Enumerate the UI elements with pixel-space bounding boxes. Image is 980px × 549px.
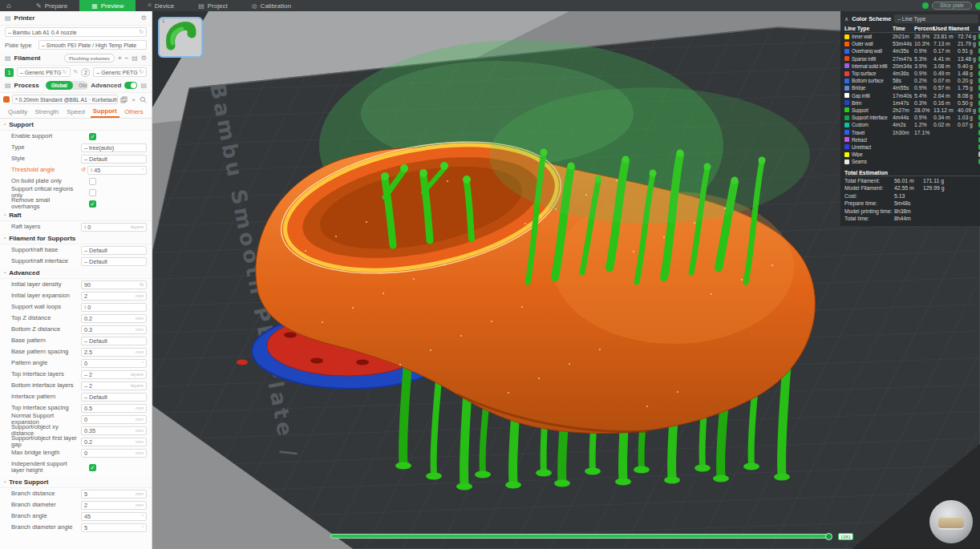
flushing-volumes-button[interactable]: Flushing volumes bbox=[64, 54, 115, 63]
spinner-arrows[interactable]: ▴▾ bbox=[84, 305, 86, 310]
advanced-toggle[interactable] bbox=[124, 82, 137, 89]
select-field[interactable]: – Default bbox=[81, 257, 147, 266]
tab-strength[interactable]: Strength bbox=[32, 106, 61, 118]
input-field[interactable]: 2.5mm bbox=[81, 348, 147, 357]
select-field[interactable]: – Default bbox=[81, 246, 147, 255]
input-field[interactable]: 2mm bbox=[81, 501, 147, 510]
line-type-name: Unretract bbox=[852, 144, 871, 150]
legend-row: Bridge4m55s0.9%0.57 m1.75 g✓ bbox=[844, 84, 980, 91]
checkbox[interactable]: ✓ bbox=[89, 133, 96, 140]
viewport-3d[interactable]: Bambu Smooth PEI Plate / bbox=[152, 11, 980, 549]
filament-2-chip[interactable]: 2 bbox=[81, 68, 90, 77]
filament-1-select[interactable]: – Generic PETG ↻ bbox=[17, 67, 71, 77]
collapse-panel-icon[interactable]: ∧ bbox=[844, 16, 848, 22]
remove-filament-icon[interactable]: − bbox=[125, 54, 129, 62]
input-field[interactable]: 5° bbox=[81, 523, 147, 532]
spin-down-icon[interactable]: ▾ bbox=[84, 307, 86, 310]
spin-down-icon[interactable]: ▾ bbox=[84, 227, 86, 230]
legend-row: Retract✓ bbox=[844, 136, 980, 143]
select-field[interactable]: – Default bbox=[81, 393, 147, 402]
copy-icon[interactable] bbox=[120, 96, 128, 103]
input-field[interactable]: – 2layers bbox=[81, 370, 147, 379]
select-field[interactable]: – tree(auto) bbox=[81, 143, 147, 152]
unit-label: ° bbox=[142, 525, 144, 530]
toggle-objects[interactable]: Objects bbox=[73, 81, 87, 90]
slice-plate-button[interactable]: Slice plate bbox=[932, 2, 972, 10]
moves-slider-handle[interactable] bbox=[825, 533, 832, 540]
spinner-arrows[interactable]: ▴▾ bbox=[91, 168, 92, 173]
filament-settings-gear-icon[interactable]: ⚙ bbox=[141, 54, 147, 62]
input-field[interactable]: 0mm bbox=[81, 415, 147, 424]
refresh-icon[interactable]: ↻ bbox=[139, 29, 144, 35]
process-preset-select[interactable]: * 0.20mm Standard @BBL A1 · Kurbelaufna.… bbox=[12, 95, 118, 104]
tab-preview[interactable]: ▦Preview bbox=[79, 0, 136, 11]
checkbox[interactable]: ✓ bbox=[89, 464, 96, 471]
plate-type-select[interactable]: – Smooth PEI Plate / High Temp Plate bbox=[38, 40, 147, 50]
tab-quality[interactable]: Quality bbox=[3, 106, 32, 118]
global-objects-toggle[interactable]: Global Objects bbox=[46, 81, 88, 90]
input-field[interactable]: ▴▾45° bbox=[87, 166, 147, 175]
checkbox[interactable] bbox=[89, 178, 96, 185]
group-header[interactable]: ▪Advanced bbox=[0, 267, 152, 279]
line-type-name: Outer wall bbox=[852, 41, 873, 46]
tab-calibration[interactable]: ◎Calibration bbox=[240, 0, 303, 11]
undo-icon[interactable]: ↺ bbox=[81, 167, 86, 173]
close-icon[interactable]: × bbox=[130, 96, 137, 103]
toggle-global[interactable]: Global bbox=[46, 81, 73, 90]
line-type-swatch bbox=[844, 144, 849, 149]
input-field[interactable]: 2mm bbox=[81, 292, 147, 301]
filament-1-chip[interactable]: 1 bbox=[5, 68, 14, 77]
input-field[interactable]: ▴▾0layers bbox=[81, 223, 147, 232]
input-field[interactable]: – 2layers bbox=[81, 381, 147, 390]
ams-sync-icon[interactable]: ▤ bbox=[132, 54, 138, 62]
refresh-icon[interactable]: ↻ bbox=[139, 69, 144, 75]
select-field[interactable]: – Default bbox=[81, 155, 147, 163]
group-header[interactable]: ▪Support bbox=[0, 119, 152, 131]
group-header[interactable]: ▪Filament for Supports bbox=[0, 232, 152, 244]
legend-row: Custom4m2s1.2%0.02 m0.07 g✓ bbox=[844, 121, 980, 128]
input-field[interactable]: 0.2mm bbox=[81, 314, 147, 323]
search-icon[interactable] bbox=[140, 96, 147, 103]
line-type-name: Bridge bbox=[852, 85, 865, 91]
edit-filament-icon[interactable]: ✎ bbox=[74, 69, 79, 75]
tab-project[interactable]: ▤Project bbox=[186, 0, 239, 11]
add-filament-icon[interactable]: + bbox=[118, 54, 122, 62]
input-field[interactable]: 0.2mm bbox=[81, 438, 147, 446]
input-field[interactable]: 0° bbox=[81, 359, 147, 368]
input-field[interactable]: 90% bbox=[81, 281, 147, 289]
input-field[interactable]: 0.35mm bbox=[81, 426, 147, 435]
process-list-icon[interactable]: ▤ bbox=[140, 82, 147, 89]
refresh-icon[interactable]: ↻ bbox=[63, 69, 67, 75]
printer-settings-gear-icon[interactable]: ⚙ bbox=[141, 14, 147, 22]
checkbox[interactable] bbox=[89, 189, 96, 196]
moves-slider[interactable]: 1981 bbox=[330, 534, 831, 539]
bambu-studio-window: ⌂ ✎Prepare▦Preview⌗Device▤Project◎Calibr… bbox=[0, 0, 980, 549]
tab-speed[interactable]: Speed bbox=[61, 106, 90, 118]
tab-device[interactable]: ⌗Device bbox=[136, 0, 186, 11]
filament-2-select[interactable]: – Generic PETG ↻ bbox=[93, 67, 147, 77]
navigation-sphere[interactable] bbox=[929, 500, 973, 543]
plate-thumbnail[interactable]: 1 bbox=[158, 17, 203, 58]
input-field[interactable]: 0mm bbox=[81, 449, 147, 458]
spin-down-icon[interactable]: ▾ bbox=[91, 170, 92, 173]
tab-support[interactable]: Support bbox=[91, 106, 119, 118]
group-header[interactable]: ▪Raft bbox=[0, 209, 152, 221]
input-field[interactable]: 0.5mm bbox=[81, 404, 147, 413]
field-value: 45 bbox=[94, 167, 100, 174]
input-field[interactable]: 0.3mm bbox=[81, 325, 147, 334]
tab-prepare[interactable]: ✎Prepare bbox=[24, 0, 79, 11]
print-plate-button-partial[interactable] bbox=[975, 2, 980, 10]
input-field[interactable]: 5mm bbox=[81, 490, 147, 499]
spinner-arrows[interactable]: ▴▾ bbox=[84, 224, 86, 230]
select-field[interactable]: – Default bbox=[81, 337, 147, 345]
printer-select[interactable]: – Bambu Lab A1 0.4 nozzle ↻ bbox=[5, 27, 147, 37]
view-type-select[interactable]: – Line Type bbox=[894, 14, 978, 23]
input-field[interactable]: ▴▾0 bbox=[81, 303, 147, 312]
home-button[interactable]: ⌂ bbox=[0, 0, 18, 11]
group-header[interactable]: ▪Tree Support bbox=[0, 476, 152, 488]
legend-row: Top surface4m36s0.9%0.49 m1.48 g✓ bbox=[844, 70, 980, 77]
tab-others[interactable]: Others bbox=[119, 106, 148, 118]
input-field[interactable]: 45° bbox=[81, 512, 147, 521]
checkbox[interactable]: ✓ bbox=[89, 200, 96, 208]
legend-time: 4m35s bbox=[893, 48, 914, 54]
